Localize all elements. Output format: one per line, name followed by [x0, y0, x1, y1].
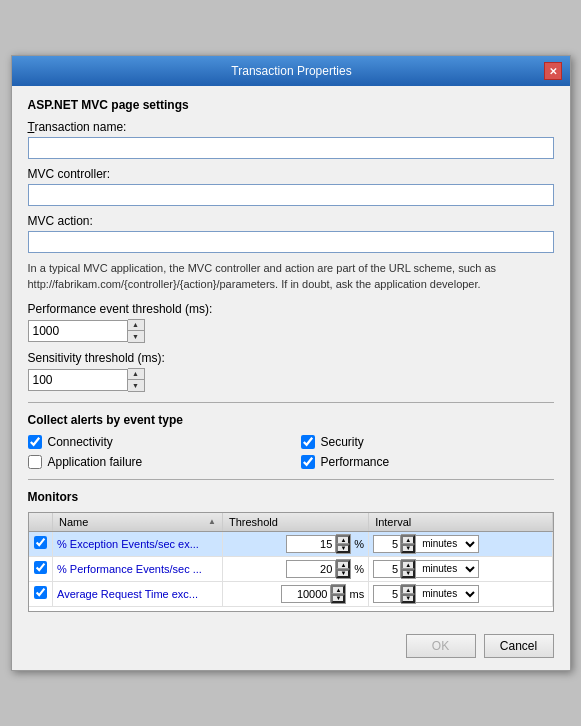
- col-header-name[interactable]: Name ▲: [53, 513, 223, 532]
- ok-button[interactable]: OK: [406, 634, 476, 658]
- monitor-1-threshold-up[interactable]: ▲: [336, 535, 350, 544]
- mvc-info-text: In a typical MVC application, the MVC co…: [28, 261, 554, 292]
- alerts-checkbox-grid: Connectivity Security Application failur…: [28, 435, 554, 469]
- monitor-2-threshold-input[interactable]: [286, 560, 336, 578]
- col-name-label: Name: [59, 516, 88, 528]
- monitor-2-interval-input[interactable]: [373, 560, 401, 578]
- monitor-3-threshold-input[interactable]: [281, 585, 331, 603]
- monitor-1-interval-spinner: ▲ ▼: [401, 534, 416, 554]
- perf-threshold-spinner: ▲ ▼: [28, 319, 554, 343]
- sensitivity-threshold-label: Sensitivity threshold (ms):: [28, 351, 554, 365]
- monitor-row-1: % Exception Events/sec ex... ▲ ▼ %: [29, 531, 553, 556]
- transaction-name-group: Transaction name:: [28, 120, 554, 159]
- titlebar: Transaction Properties ✕: [12, 56, 570, 86]
- perf-threshold-up[interactable]: ▲: [128, 320, 144, 331]
- transaction-name-input[interactable]: [28, 137, 554, 159]
- connectivity-checkbox[interactable]: [28, 435, 42, 449]
- sensitivity-threshold-group: Sensitivity threshold (ms): ▲ ▼: [28, 351, 554, 392]
- monitor-3-interval-down[interactable]: ▼: [401, 594, 415, 603]
- monitor-3-unit: ms: [349, 588, 364, 600]
- monitor-2-checkbox[interactable]: [34, 561, 47, 574]
- monitor-1-check-cell: [29, 531, 53, 556]
- security-checkbox[interactable]: [301, 435, 315, 449]
- performance-label: Performance: [321, 455, 390, 469]
- mvc-controller-group: MVC controller:: [28, 167, 554, 206]
- monitor-2-threshold-up[interactable]: ▲: [336, 560, 350, 569]
- monitor-3-threshold-spinner: ▲ ▼: [331, 584, 346, 604]
- monitor-2-check-cell: [29, 556, 53, 581]
- close-button[interactable]: ✕: [544, 62, 562, 80]
- divider-2: [28, 479, 554, 480]
- app-failure-checkbox[interactable]: [28, 455, 42, 469]
- monitor-2-interval-unit[interactable]: minutes seconds hours: [416, 560, 479, 578]
- checkbox-performance: Performance: [301, 455, 554, 469]
- col-header-interval: Interval: [369, 513, 552, 532]
- sensitivity-threshold-spinner: ▲ ▼: [28, 368, 554, 392]
- monitor-3-interval-spinner: ▲ ▼: [401, 584, 416, 604]
- checkbox-security: Security: [301, 435, 554, 449]
- button-bar: OK Cancel: [12, 624, 570, 670]
- monitor-row-3: Average Request Time exc... ▲ ▼ ms: [29, 581, 553, 606]
- monitor-3-checkbox[interactable]: [34, 586, 47, 599]
- monitor-1-interval-up[interactable]: ▲: [401, 535, 415, 544]
- sensitivity-threshold-arrows: ▲ ▼: [128, 368, 145, 392]
- monitor-1-threshold-input[interactable]: [286, 535, 336, 553]
- app-failure-label: Application failure: [48, 455, 143, 469]
- monitor-3-threshold-up[interactable]: ▲: [331, 585, 345, 594]
- performance-checkbox[interactable]: [301, 455, 315, 469]
- aspnet-section-header: ASP.NET MVC page settings: [28, 98, 554, 112]
- monitor-1-threshold-cell: ▲ ▼ %: [223, 531, 369, 556]
- monitors-table-wrapper: Name ▲ Threshold Interval: [28, 512, 554, 612]
- monitor-3-check-cell: [29, 581, 53, 606]
- monitor-2-interval-spinner: ▲ ▼: [401, 559, 416, 579]
- sensitivity-threshold-up[interactable]: ▲: [128, 369, 144, 380]
- monitor-2-threshold-spinner: ▲ ▼: [336, 559, 351, 579]
- monitor-1-interval-unit[interactable]: minutes seconds hours: [416, 535, 479, 553]
- monitor-1-checkbox[interactable]: [34, 536, 47, 549]
- col-header-check: [29, 513, 53, 532]
- monitor-2-threshold-down[interactable]: ▼: [336, 569, 350, 578]
- monitor-2-name: % Performance Events/sec ...: [53, 556, 223, 581]
- monitor-3-interval-cell: ▲ ▼ minutes seconds hours: [369, 581, 552, 606]
- monitor-2-interval-down[interactable]: ▼: [401, 569, 415, 578]
- monitor-1-interval-input[interactable]: [373, 535, 401, 553]
- monitor-1-interval-down[interactable]: ▼: [401, 544, 415, 553]
- checkbox-connectivity: Connectivity: [28, 435, 281, 449]
- perf-threshold-arrows: ▲ ▼: [128, 319, 145, 343]
- mvc-controller-label: MVC controller:: [28, 167, 554, 181]
- mvc-action-input[interactable]: [28, 231, 554, 253]
- perf-threshold-group: Performance event threshold (ms): ▲ ▼: [28, 302, 554, 343]
- perf-threshold-down[interactable]: ▼: [128, 331, 144, 342]
- monitor-2-interval-up[interactable]: ▲: [401, 560, 415, 569]
- monitor-2-interval-cell: ▲ ▼ minutes seconds hours: [369, 556, 552, 581]
- mvc-controller-input[interactable]: [28, 184, 554, 206]
- monitor-3-interval-up[interactable]: ▲: [401, 585, 415, 594]
- perf-threshold-input[interactable]: [28, 320, 128, 342]
- monitor-3-interval-input[interactable]: [373, 585, 401, 603]
- monitor-1-unit: %: [354, 538, 364, 550]
- dialog-title: Transaction Properties: [40, 64, 544, 78]
- cancel-button[interactable]: Cancel: [484, 634, 554, 658]
- monitor-2-unit: %: [354, 563, 364, 575]
- divider-1: [28, 402, 554, 403]
- monitor-1-threshold-down[interactable]: ▼: [336, 544, 350, 553]
- monitor-1-interval-cell: ▲ ▼ minutes seconds hours: [369, 531, 552, 556]
- sensitivity-threshold-input[interactable]: [28, 369, 128, 391]
- dialog-body: ASP.NET MVC page settings Transaction na…: [12, 86, 570, 624]
- monitors-section: Monitors Name ▲ Threshold: [28, 490, 554, 612]
- monitor-3-threshold-cell: ▲ ▼ ms: [223, 581, 369, 606]
- monitor-3-interval-unit[interactable]: minutes seconds hours: [416, 585, 479, 603]
- monitor-2-threshold-cell: ▲ ▼ %: [223, 556, 369, 581]
- monitors-section-header: Monitors: [28, 490, 554, 504]
- monitor-3-threshold-down[interactable]: ▼: [331, 594, 345, 603]
- checkbox-app-failure: Application failure: [28, 455, 281, 469]
- connectivity-label: Connectivity: [48, 435, 113, 449]
- name-sort-icon: ▲: [208, 517, 216, 526]
- monitor-row-2: % Performance Events/sec ... ▲ ▼ %: [29, 556, 553, 581]
- security-label: Security: [321, 435, 364, 449]
- mvc-action-group: MVC action:: [28, 214, 554, 253]
- transaction-name-label: Transaction name:: [28, 120, 554, 134]
- monitors-table-header-row: Name ▲ Threshold Interval: [29, 513, 553, 532]
- sensitivity-threshold-down[interactable]: ▼: [128, 380, 144, 391]
- aspnet-section: ASP.NET MVC page settings Transaction na…: [28, 98, 554, 392]
